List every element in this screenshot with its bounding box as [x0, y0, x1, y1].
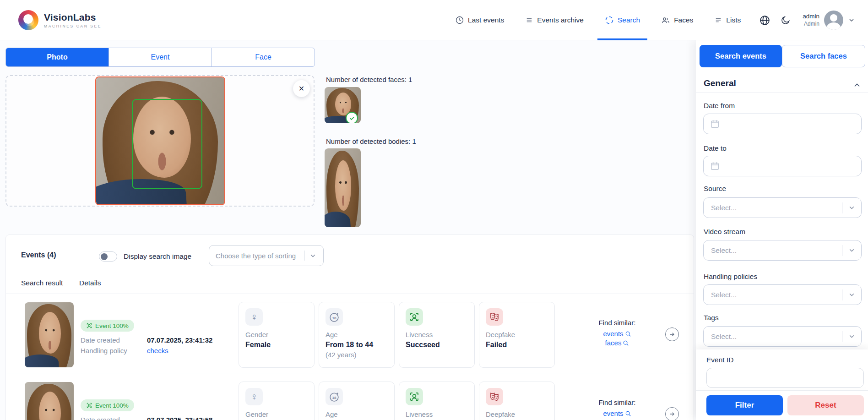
- open-event-arrow-icon[interactable]: [665, 327, 679, 341]
- age-18-icon: 18: [326, 388, 343, 405]
- nav-items: Last events Events archive Search: [455, 0, 741, 40]
- deepfake-icon: [486, 388, 503, 405]
- reset-button[interactable]: Reset: [787, 395, 864, 415]
- nav-item-label: Last events: [468, 16, 504, 24]
- tab-event[interactable]: Event: [109, 48, 212, 66]
- age-card: 18 Age From 18 to 44: [319, 382, 395, 420]
- open-event-arrow-icon[interactable]: [665, 407, 679, 420]
- display-search-image-label: Display search image: [124, 252, 191, 261]
- visionlabs-logo-icon: [18, 10, 38, 30]
- nav-right: Last events Events archive Search: [455, 0, 855, 40]
- detected-face-thumbnail[interactable]: [325, 87, 361, 123]
- chevron-down-icon: [842, 291, 861, 299]
- source-select[interactable]: Select...: [703, 197, 862, 218]
- navbar: VisionLabs MACHINES CAN SEE Last events …: [0, 0, 868, 40]
- find-similar-block: Find similar: events faces: [580, 319, 654, 348]
- event-id-label: Event ID: [706, 356, 733, 364]
- deepfake-card: Deepfake Failed: [479, 302, 555, 368]
- detected-body-thumbnail[interactable]: [325, 148, 361, 227]
- nav-item-search[interactable]: Search: [605, 0, 640, 40]
- event-id-input[interactable]: [706, 368, 864, 388]
- date-created-label: Date created: [81, 415, 127, 420]
- face-check-icon: [346, 112, 358, 123]
- photo-dropzone[interactable]: ✕: [5, 75, 315, 207]
- chevron-down-icon: [842, 333, 861, 340]
- brand[interactable]: VisionLabs MACHINES CAN SEE: [18, 10, 102, 30]
- detected-bodies-label: Number of detected bodies: 1: [326, 137, 416, 145]
- face-scan-icon: [86, 402, 92, 409]
- video-stream-label: Video stream: [704, 228, 745, 236]
- liveness-icon: [406, 388, 423, 405]
- tags-label: Tags: [704, 314, 719, 322]
- source-label: Source: [704, 185, 726, 193]
- sidebar-tabs: Search events Search faces: [700, 45, 865, 67]
- user-name: admin: [803, 13, 819, 21]
- nav-item-events-archive[interactable]: Events archive: [525, 0, 584, 40]
- general-section-title: General: [704, 78, 736, 88]
- nav-item-label: Search: [618, 16, 640, 24]
- nav-icon-group: [759, 15, 791, 26]
- date-to-label: Date to: [704, 144, 727, 153]
- date-from-input[interactable]: [703, 114, 862, 134]
- detected-faces-label: Number of detected faces: 1: [326, 76, 412, 83]
- tab-face[interactable]: Face: [212, 48, 315, 66]
- tab-photo[interactable]: Photo: [6, 48, 109, 66]
- chevron-down-icon: [309, 252, 317, 260]
- tab-search-faces[interactable]: Search faces: [782, 45, 865, 67]
- tags-select[interactable]: Select...: [703, 326, 862, 347]
- tab-details[interactable]: Details: [79, 279, 101, 287]
- date-created-label: Date created: [81, 335, 127, 345]
- date-from-label: Date from: [704, 102, 735, 110]
- chevron-up-icon[interactable]: [852, 81, 862, 90]
- event-thumbnail: [25, 382, 74, 420]
- gender-female-icon: ♀: [245, 308, 263, 326]
- user-menu[interactable]: admin Admin: [803, 11, 855, 30]
- event-thumbnail: [25, 302, 74, 367]
- age-card: 18 Age From 18 to 44 (42 years): [319, 302, 395, 368]
- handling-policy-label: Handling policy: [81, 345, 127, 356]
- nav-item-label: Events archive: [537, 16, 584, 24]
- handling-policy-link[interactable]: checks: [147, 345, 212, 356]
- calendar-icon: [710, 119, 720, 129]
- magnifier-icon: [625, 331, 631, 337]
- event-row[interactable]: Event 100% Date created Handling policy …: [6, 294, 694, 373]
- close-icon[interactable]: ✕: [293, 80, 310, 97]
- deepfake-card: Deepfake Failed: [479, 382, 555, 420]
- globe-icon[interactable]: [759, 15, 770, 26]
- svg-text:18: 18: [332, 316, 336, 320]
- nav-item-faces[interactable]: Faces: [661, 0, 693, 40]
- find-similar-events-link[interactable]: events: [580, 409, 654, 417]
- nav-item-lists[interactable]: Lists: [714, 0, 741, 40]
- events-title: Events (4): [21, 251, 56, 259]
- magnifier-icon: [623, 340, 629, 346]
- event-row[interactable]: Event 100% Date created Handling policy …: [6, 373, 694, 420]
- face-detection-box: [132, 99, 202, 189]
- sorting-select[interactable]: Choose the type of sorting: [209, 245, 324, 266]
- focus-ring-icon: [605, 16, 614, 25]
- tab-search-events[interactable]: Search events: [700, 45, 782, 67]
- avatar: [824, 11, 843, 30]
- chevron-down-icon: [842, 204, 861, 212]
- filter-button[interactable]: Filter: [706, 395, 783, 415]
- date-to-input[interactable]: [703, 156, 862, 176]
- gender-card: ♀ Gender Female: [239, 382, 315, 420]
- deepfake-icon: [486, 308, 503, 326]
- nav-item-label: Lists: [726, 16, 741, 24]
- handling-policies-label: Handling policies: [704, 273, 757, 281]
- find-similar-faces-link[interactable]: faces: [580, 339, 654, 347]
- tab-search-result[interactable]: Search result: [21, 279, 63, 287]
- liveness-icon: [406, 308, 423, 326]
- calendar-icon: [710, 161, 720, 171]
- event-rows: Event 100% Date created Handling policy …: [6, 294, 694, 420]
- video-stream-select[interactable]: Select...: [703, 240, 862, 261]
- svg-text:18: 18: [332, 396, 336, 400]
- chevron-down-icon: [842, 246, 861, 254]
- dark-mode-moon-icon[interactable]: [781, 15, 791, 25]
- handling-policies-select[interactable]: Select...: [703, 284, 862, 305]
- gender-card: ♀ Gender Female: [239, 302, 315, 368]
- liveness-card: Liveness Succseed: [399, 302, 475, 368]
- nav-item-last-events[interactable]: Last events: [455, 0, 504, 40]
- display-search-image-toggle[interactable]: [99, 251, 117, 262]
- magnifier-icon: [625, 410, 631, 417]
- find-similar-events-link[interactable]: events: [580, 330, 654, 338]
